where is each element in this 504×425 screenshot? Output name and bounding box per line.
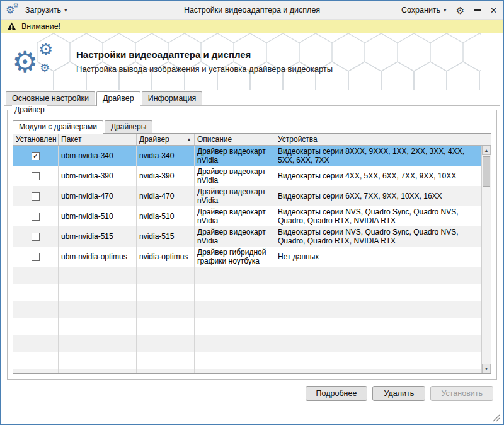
empty-cell bbox=[59, 369, 137, 373]
installed-cell bbox=[13, 206, 59, 226]
warning-text: Внимание! bbox=[21, 22, 60, 31]
installed-checkbox[interactable] bbox=[32, 172, 40, 180]
delete-button[interactable]: Удалить bbox=[372, 386, 425, 401]
save-button[interactable]: Сохранить ▾ bbox=[401, 6, 447, 15]
installed-cell bbox=[13, 186, 59, 206]
table-row[interactable]: ubm-nvidia-optimusnvidia-optimusДрайвер … bbox=[13, 247, 481, 267]
column-header-description[interactable]: Описание bbox=[195, 134, 275, 145]
empty-cell bbox=[59, 267, 137, 284]
empty-cell bbox=[137, 318, 195, 335]
empty-cell bbox=[137, 352, 195, 369]
empty-cell bbox=[275, 301, 481, 318]
tab-drivers[interactable]: Драйверы bbox=[105, 120, 152, 133]
driver-cell: nvidia-390 bbox=[137, 166, 195, 186]
description-cell: Драйвер видеокарт nVidia bbox=[195, 146, 275, 166]
empty-cell bbox=[59, 335, 137, 352]
scroll-up-button[interactable]: ▲ bbox=[482, 146, 491, 155]
scroll-down-button[interactable]: ▼ bbox=[482, 364, 491, 373]
driver-cell: nvidia-510 bbox=[137, 206, 195, 226]
install-button[interactable]: Установить bbox=[430, 386, 493, 401]
app-gears-icon: ⚙⚙ bbox=[6, 3, 21, 18]
package-cell: ubm-nvidia-390 bbox=[59, 166, 137, 186]
empty-cell bbox=[59, 352, 137, 369]
empty-cell bbox=[13, 301, 59, 318]
empty-cell bbox=[137, 301, 195, 318]
table-row-empty bbox=[13, 318, 481, 335]
installed-checkbox[interactable] bbox=[32, 253, 40, 261]
close-button[interactable]: ✕ bbox=[490, 6, 497, 15]
table-row[interactable]: ubm-nvidia-470nvidia-470Драйвер видеокар… bbox=[13, 186, 481, 206]
button-row: ПодробнееУдалитьУстановить bbox=[306, 386, 493, 401]
driver-groupbox: Драйвер Модули с драйверамиДрайверы Уста… bbox=[7, 110, 497, 380]
table-row[interactable]: ubm-nvidia-515nvidia-515Драйвер видеокар… bbox=[13, 226, 481, 247]
column-header-driver[interactable]: Драйвер ▲ bbox=[137, 134, 195, 145]
table-body: ✓ubm-nvidia-340nvidia-340Драйвер видеока… bbox=[13, 146, 481, 373]
driver-cell: nvidia-optimus bbox=[137, 247, 195, 267]
package-cell: ubm-nvidia-optimus bbox=[59, 247, 137, 267]
table-row-empty bbox=[13, 352, 481, 369]
empty-cell bbox=[195, 284, 275, 301]
empty-cell bbox=[275, 318, 481, 335]
empty-cell bbox=[137, 369, 195, 373]
sort-ascending-icon: ▲ bbox=[186, 137, 192, 143]
empty-cell bbox=[13, 352, 59, 369]
devices-cell: Видеокарты серии NVS, Quadro Sync, Quadr… bbox=[275, 206, 481, 226]
devices-cell: Нет данных bbox=[275, 247, 481, 267]
empty-cell bbox=[137, 335, 195, 352]
empty-cell bbox=[275, 352, 481, 369]
package-cell: ubm-nvidia-515 bbox=[59, 226, 137, 247]
installed-cell bbox=[13, 226, 59, 247]
vertical-scrollbar[interactable]: ▲ ▼ bbox=[481, 146, 491, 373]
description-cell: Драйвер видеокарт nVidia bbox=[195, 226, 275, 247]
table-header: Установлен Пакет Драйвер ▲ Описание Устр… bbox=[13, 134, 491, 146]
chevron-down-icon: ▾ bbox=[64, 7, 67, 13]
tab-general-settings[interactable]: Основные настройки bbox=[6, 91, 95, 105]
empty-cell bbox=[13, 267, 59, 284]
tab-information[interactable]: Информация bbox=[142, 91, 203, 105]
table-row[interactable]: ubm-nvidia-510nvidia-510Драйвер видеокар… bbox=[13, 206, 481, 226]
triangle-down-icon: ▼ bbox=[484, 366, 489, 371]
settings-gear-icon[interactable]: ⚙ bbox=[456, 6, 464, 15]
installed-checkbox[interactable] bbox=[32, 233, 40, 241]
groupbox-label: Драйвер bbox=[12, 105, 47, 114]
empty-cell bbox=[59, 318, 137, 335]
installed-checkbox[interactable] bbox=[32, 192, 40, 201]
empty-cell bbox=[13, 284, 59, 301]
column-header-package[interactable]: Пакет bbox=[59, 134, 137, 145]
page-header: ⚙⚙⚙ Настройки видеоадаптера и дисплея На… bbox=[1, 33, 503, 90]
installed-checkbox[interactable]: ✓ bbox=[32, 152, 40, 160]
empty-cell bbox=[275, 335, 481, 352]
empty-cell bbox=[13, 335, 59, 352]
empty-cell bbox=[59, 301, 137, 318]
package-cell: ubm-nvidia-510 bbox=[59, 206, 137, 226]
installed-checkbox[interactable] bbox=[32, 212, 40, 221]
minimize-button[interactable] bbox=[474, 9, 481, 11]
inner-tabbar: Модули с драйверамиДрайверы bbox=[13, 119, 152, 133]
empty-cell bbox=[137, 267, 195, 284]
devices-cell: Видеокарты серии 6XX, 7XX, 9XX, 10XX, 16… bbox=[275, 186, 481, 206]
tab-page-driver: Драйвер Модули с драйверамиДрайверы Уста… bbox=[4, 105, 500, 410]
page-title: Настройки видеоадаптера и дисплея bbox=[76, 49, 251, 60]
titlebar: Настройки видеоадаптера и дисплея ⚙⚙ Заг… bbox=[1, 1, 503, 20]
empty-cell bbox=[137, 284, 195, 301]
table-row[interactable]: ubm-nvidia-390nvidia-390Драйвер видеокар… bbox=[13, 166, 481, 186]
column-header-installed[interactable]: Установлен bbox=[13, 134, 59, 145]
driver-cell: nvidia-515 bbox=[137, 226, 195, 247]
resize-grip[interactable] bbox=[491, 413, 500, 422]
column-header-devices[interactable]: Устройства bbox=[275, 134, 491, 145]
table-row[interactable]: ✓ubm-nvidia-340nvidia-340Драйвер видеока… bbox=[13, 146, 481, 166]
devices-cell: Видеокарты серии 8XXX, 9XXX, 1XX, 2XX, 3… bbox=[275, 146, 481, 166]
table-row-empty bbox=[13, 267, 481, 284]
app-logo-gears-icon: ⚙⚙⚙ bbox=[12, 42, 72, 84]
installed-cell bbox=[13, 247, 59, 267]
package-cell: ubm-nvidia-470 bbox=[59, 186, 137, 206]
scrollbar-thumb[interactable] bbox=[483, 156, 490, 187]
tab-driver[interactable]: Драйвер bbox=[96, 91, 140, 106]
load-button[interactable]: Загрузить ▾ bbox=[25, 6, 67, 15]
empty-cell bbox=[195, 352, 275, 369]
details-button[interactable]: Подробнее bbox=[306, 386, 368, 401]
package-cell: ubm-nvidia-340 bbox=[59, 146, 137, 166]
tab-driver-modules[interactable]: Модули с драйверами bbox=[13, 120, 103, 134]
empty-cell bbox=[275, 284, 481, 301]
empty-cell bbox=[59, 284, 137, 301]
